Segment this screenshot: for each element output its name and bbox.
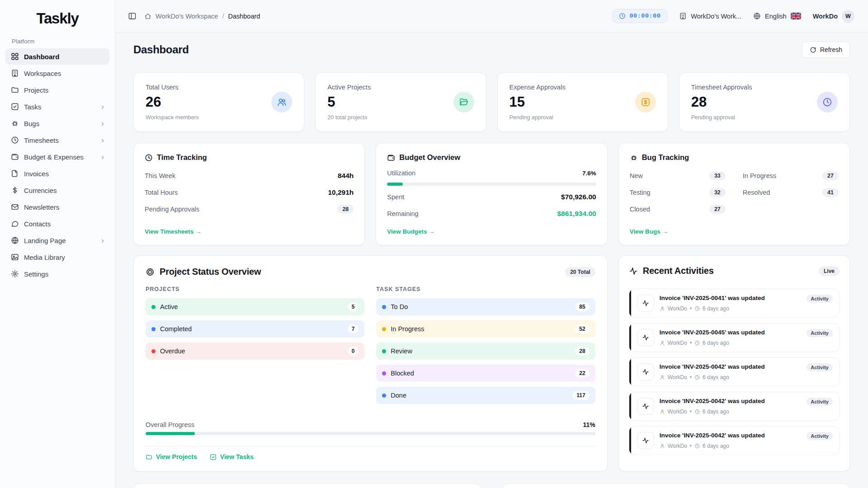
activity-item[interactable]: Invoice 'INV-2025-0042' was updated Acti… <box>629 426 840 455</box>
stat-info: Active Projects 5 20 total projects <box>327 84 371 121</box>
bug-stats-grid: New 33 In Progress 27 Testing 32 <box>630 167 839 217</box>
view-link[interactable]: View Tasks <box>210 453 254 460</box>
project-status-row[interactable]: Overdue 0 <box>146 343 364 360</box>
task-stage-row[interactable]: To Do 85 <box>376 298 595 315</box>
remaining-label: Remaining <box>387 210 418 217</box>
sidebar-item[interactable]: Timesheets <box>5 132 109 148</box>
activity-time: 6 days ago <box>703 305 729 312</box>
task-stage-row[interactable]: Done 117 <box>376 387 595 404</box>
sidebar-item[interactable]: Settings <box>5 266 109 282</box>
activity-item[interactable]: Invoice 'INV-2025-0042' was updated Acti… <box>629 357 840 386</box>
activity-item[interactable]: Invoice 'INV-2025-0045' was updated Acti… <box>629 323 840 352</box>
projects-list: Active 5 Completed 7 <box>146 298 364 360</box>
receipt-icon <box>635 92 656 113</box>
sidebar-item[interactable]: Media Library <box>5 249 109 265</box>
view-link-label: View Projects <box>156 453 197 460</box>
sidebar-item[interactable]: Contacts <box>5 216 109 232</box>
building-icon <box>679 12 687 20</box>
target-icon <box>146 267 155 277</box>
sidebar-item-label: Projects <box>24 86 48 94</box>
activity-meta: WorkDo 6 days ago <box>660 340 833 346</box>
activity-title: Invoice 'INV-2025-0042' was updated <box>660 398 765 404</box>
person-icon <box>660 409 665 414</box>
stat-card: Timesheet Approvals 28 Pending approval <box>679 72 850 132</box>
grid-icon <box>11 52 19 61</box>
status-label: To Do <box>391 303 408 310</box>
activity-body: Invoice 'INV-2025-0042' was updated Acti… <box>660 398 833 415</box>
view-link[interactable]: View Projects <box>146 453 197 460</box>
sidebar-item[interactable]: Projects <box>5 82 109 98</box>
sidebar-nav: Dashboard Workspaces Projects Tasks <box>0 48 115 488</box>
activity-item[interactable]: Invoice 'INV-2025-0042' was updated Acti… <box>629 392 840 421</box>
activity-type-badge: Activity <box>807 329 833 337</box>
clock-icon <box>694 375 700 380</box>
task-stage-row[interactable]: Review 28 <box>376 343 595 360</box>
workspace-switcher-label: WorkDo's Work... <box>691 13 741 20</box>
metric-value: 10,291h <box>328 188 354 197</box>
bug-icon <box>11 119 19 127</box>
chevron-right-icon <box>101 103 104 111</box>
card-title: Bug Tracking <box>642 153 689 162</box>
bug-stat-label: Testing <box>630 189 651 196</box>
activity-meta: WorkDo 6 days ago <box>660 408 833 415</box>
bug-stat-count: 27 <box>822 171 839 180</box>
clock-icon <box>817 92 838 113</box>
workspace-switcher[interactable]: WorkDo's Work... <box>679 12 741 20</box>
project-status-row[interactable]: Completed 7 <box>146 320 364 338</box>
bug-stat-row: New 33 <box>630 167 726 184</box>
stat-subtext: 20 total projects <box>327 114 371 121</box>
sidebar-item[interactable]: Tasks <box>5 99 109 115</box>
view-budgets-link[interactable]: View Budgets → <box>387 228 596 235</box>
sidebar-item[interactable]: Dashboard <box>5 48 109 65</box>
timer-widget[interactable]: 00:00:00 <box>612 9 667 23</box>
status-label: Review <box>391 347 412 355</box>
task-stages-column-header: TASK STAGES <box>376 286 595 292</box>
partial-card-right <box>502 483 850 488</box>
sidebar-toggle-button[interactable] <box>125 9 139 23</box>
project-status-row[interactable]: Active 5 <box>146 298 364 315</box>
projects-column-header: PROJECTS <box>146 286 364 292</box>
sidebar-item[interactable]: Landing Page <box>5 232 109 249</box>
stat-label: Expense Approvals <box>509 84 566 91</box>
clock-icon <box>694 340 700 346</box>
bug-stat-label: In Progress <box>743 172 776 179</box>
sidebar-item[interactable]: Bugs <box>5 115 109 131</box>
sidebar-item[interactable]: Invoices <box>5 165 109 182</box>
sidebar-item[interactable]: Currencies <box>5 182 109 198</box>
activity-icon <box>637 432 654 449</box>
sidebar-item[interactable]: Newsletters <box>5 199 109 215</box>
metric-value: 844h <box>338 172 354 180</box>
activity-user: WorkDo <box>668 443 687 449</box>
sidebar-item-label: Currencies <box>24 187 57 194</box>
sidebar-item-label: Tasks <box>24 103 41 111</box>
bug-tracking-card: Bug Tracking New 33 In Progress 27 <box>618 143 850 245</box>
activity-item[interactable]: Invoice 'INV-2025-0041' was updated Acti… <box>629 289 840 318</box>
breadcrumb-workspace[interactable]: WorkDo's Workspace <box>156 13 218 20</box>
partial-card-left <box>133 483 482 488</box>
refresh-button[interactable]: Refresh <box>802 42 850 58</box>
sidebar-item[interactable]: Budget & Expenses <box>5 149 109 165</box>
metric-row: This Week 844h <box>145 167 354 184</box>
view-bugs-link[interactable]: View Bugs → <box>630 228 839 235</box>
activity-type-badge: Activity <box>807 363 833 371</box>
person-icon <box>660 306 665 311</box>
activity-time: 6 days ago <box>703 374 729 380</box>
user-name: WorkDo <box>813 13 838 20</box>
view-timesheets-link[interactable]: View Timesheets → <box>145 228 354 235</box>
status-count-badge: 117 <box>572 391 589 400</box>
activity-type-badge: Activity <box>807 398 833 406</box>
folder-open-icon <box>453 92 474 113</box>
task-stage-row[interactable]: In Progress 52 <box>376 320 595 338</box>
clock-icon <box>694 409 700 414</box>
user-menu[interactable]: WorkDo W <box>813 10 854 23</box>
card-header: Bug Tracking <box>630 153 839 162</box>
sidebar-item[interactable]: Workspaces <box>5 65 109 81</box>
status-dot <box>382 327 386 331</box>
task-stage-row[interactable]: Blocked 22 <box>376 365 595 382</box>
language-switcher[interactable]: English <box>753 12 801 20</box>
overall-progress-label: Overall Progress <box>146 421 194 428</box>
card-header: Time Tracking <box>145 153 354 162</box>
project-status-card: Project Status Overview 20 Total PROJECT… <box>133 255 608 472</box>
status-dot <box>151 349 156 353</box>
stat-card: Active Projects 5 20 total projects <box>315 72 486 132</box>
